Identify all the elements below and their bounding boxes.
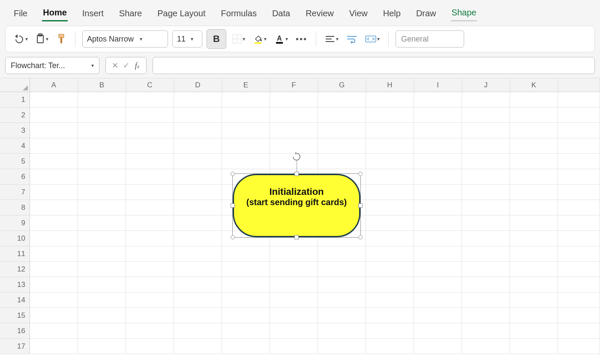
font-color-button[interactable]: A ▾ [273,30,290,48]
row-header[interactable]: 14 [0,292,30,308]
cell[interactable] [126,215,174,231]
cell[interactable] [30,308,78,323]
fill-color-button[interactable]: ▾ [251,30,268,48]
cell[interactable] [78,185,126,200]
column-header[interactable]: G [318,78,366,92]
cell[interactable] [30,200,78,215]
cell[interactable] [174,215,222,231]
cell[interactable] [558,123,600,138]
cell[interactable] [510,246,558,262]
cell[interactable] [270,262,318,277]
cell[interactable] [270,123,318,138]
row-header[interactable]: 5 [0,154,30,169]
cell[interactable] [30,323,78,339]
cell[interactable] [318,107,366,123]
cell[interactable] [126,231,174,246]
cell[interactable] [270,277,318,292]
cell[interactable] [174,323,222,339]
cell[interactable] [510,107,558,123]
shape-selection[interactable]: Initialization (start sending gift cards… [232,173,361,238]
cell[interactable] [510,185,558,200]
cell[interactable] [222,339,270,354]
cell[interactable] [414,277,462,292]
cell[interactable] [558,308,600,323]
cell[interactable] [30,339,78,354]
cell[interactable] [126,277,174,292]
cell[interactable] [558,339,600,354]
cell[interactable] [558,262,600,277]
cell[interactable] [462,339,510,354]
font-size-select[interactable]: 11 ▾ [172,30,202,48]
cell[interactable] [318,138,366,154]
cell[interactable] [366,262,414,277]
cell[interactable] [126,123,174,138]
cell[interactable] [174,92,222,107]
cell[interactable] [222,292,270,308]
row-header[interactable]: 16 [0,323,30,339]
cell[interactable] [462,185,510,200]
cell[interactable] [366,123,414,138]
column-header[interactable] [558,78,600,92]
cell[interactable] [318,277,366,292]
cell[interactable] [558,92,600,107]
cell[interactable] [414,308,462,323]
cell[interactable] [414,154,462,169]
resize-handle-w[interactable] [231,203,235,208]
cell[interactable] [270,292,318,308]
cell[interactable] [414,107,462,123]
cell[interactable] [558,169,600,185]
cell[interactable] [78,231,126,246]
cell[interactable] [222,262,270,277]
cell[interactable] [366,246,414,262]
formula-input[interactable] [153,57,595,74]
cell[interactable] [30,231,78,246]
cell[interactable] [462,200,510,215]
cell[interactable] [558,277,600,292]
cell[interactable] [126,246,174,262]
cell[interactable] [270,92,318,107]
cell[interactable] [414,123,462,138]
cell[interactable] [222,107,270,123]
cell[interactable] [318,92,366,107]
cell[interactable] [366,169,414,185]
cell[interactable] [414,138,462,154]
cell[interactable] [414,169,462,185]
undo-button[interactable]: ▾ [12,30,30,48]
tab-shape[interactable]: Shape [451,5,477,21]
cell[interactable] [414,92,462,107]
cell[interactable] [414,246,462,262]
cell[interactable] [222,308,270,323]
cell[interactable] [30,138,78,154]
resize-handle-e[interactable] [358,203,363,208]
cell[interactable] [78,107,126,123]
cell[interactable] [558,292,600,308]
cell[interactable] [558,154,600,169]
cell[interactable] [318,308,366,323]
cell[interactable] [30,169,78,185]
column-header[interactable]: D [174,78,222,92]
cell[interactable] [174,231,222,246]
clipboard-button[interactable]: ▾ [34,30,50,48]
select-all-corner[interactable] [0,78,30,92]
row-header[interactable]: 12 [0,262,30,277]
row-header[interactable]: 1 [0,92,30,107]
column-header[interactable]: F [270,78,318,92]
cell[interactable] [174,246,222,262]
cell[interactable] [366,215,414,231]
cell[interactable] [174,185,222,200]
cell[interactable] [126,339,174,354]
cell[interactable] [126,308,174,323]
cell[interactable] [30,246,78,262]
cell[interactable] [414,292,462,308]
cell[interactable] [78,200,126,215]
cell[interactable] [510,123,558,138]
name-box[interactable]: Flowchart: Ter... ▾ [5,57,99,74]
cell[interactable] [174,200,222,215]
column-header[interactable]: B [78,78,126,92]
cell[interactable] [78,292,126,308]
column-header[interactable]: H [366,78,414,92]
cell[interactable] [318,292,366,308]
resize-handle-ne[interactable] [358,172,363,176]
row-header[interactable]: 17 [0,339,30,354]
cell[interactable] [174,138,222,154]
